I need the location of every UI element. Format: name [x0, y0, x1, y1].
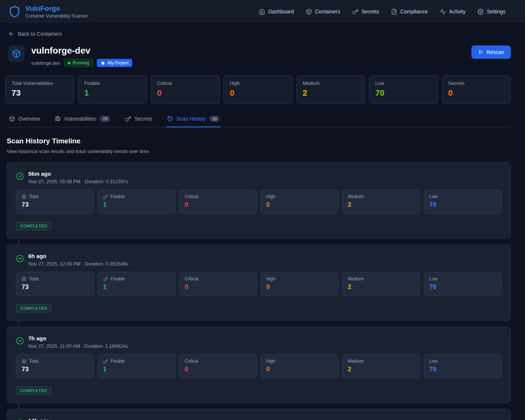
- stat-value: 1: [84, 88, 140, 98]
- scan-time-ago: 7h ago: [28, 335, 128, 341]
- nav-item-secrets[interactable]: Secrets: [352, 9, 379, 15]
- nav-item-label: Activity: [449, 9, 465, 15]
- stat-card-low: Low70: [369, 75, 438, 104]
- stat-card-high: High0: [223, 75, 292, 104]
- stat-label: Critical: [157, 80, 213, 86]
- mini-stat-critical: Critical0: [179, 190, 257, 214]
- mini-stat-label: Total: [29, 194, 38, 199]
- stat-card-medium: Medium2: [296, 75, 365, 104]
- tab-bar: OverviewVulnerabilities73SecretsScan His…: [8, 111, 511, 127]
- shield-icon: [8, 5, 21, 18]
- nav-item-compliance[interactable]: Compliance: [391, 9, 428, 15]
- stat-card-secrets: Secrets0: [442, 75, 511, 104]
- bug-icon: [22, 277, 26, 281]
- top-nav: VulnForge Container Vulnerability Scanne…: [0, 0, 525, 23]
- rescan-button[interactable]: Rescan: [471, 45, 511, 59]
- nav-item-dashboard[interactable]: Dashboard: [259, 9, 294, 15]
- mini-stat-value: 73: [22, 201, 88, 209]
- scan-history-timeline: 56m agoNov 27, 2025, 05:09 PM · Duration…: [5, 162, 511, 420]
- scan-entry-stats: Total73Fixable1Critical0High0Medium2Low7…: [16, 190, 502, 214]
- mini-stat-value: 1: [103, 201, 170, 209]
- arrow-left-icon: [8, 31, 15, 37]
- stat-value: 2: [303, 88, 359, 98]
- mini-stat-critical: Critical0: [179, 272, 257, 296]
- key-icon: [103, 359, 108, 364]
- scan-detail: Nov 27, 2025, 12:00 PM · Duration: 0.352…: [28, 261, 128, 267]
- tab-overview[interactable]: Overview: [8, 111, 41, 127]
- stat-label: High: [230, 80, 286, 86]
- back-to-containers-link[interactable]: Back to Containers: [8, 31, 62, 37]
- mini-stat-value: 70: [429, 283, 496, 291]
- key-icon: [352, 9, 359, 15]
- tab-vulnerabilities[interactable]: Vulnerabilities73: [54, 111, 111, 127]
- nav-item-label: Secrets: [362, 9, 379, 15]
- box-icon: [12, 49, 21, 58]
- nav-item-activity[interactable]: Activity: [440, 9, 465, 15]
- nav-item-label: Settings: [487, 9, 506, 15]
- nav-item-label: Compliance: [400, 9, 428, 15]
- summary-stats-row: Total Vulnerabilities73Fixable1Critical0…: [5, 75, 511, 104]
- status-dot-icon: [68, 62, 70, 64]
- tab-scan-history[interactable]: Scan History10: [166, 111, 221, 127]
- mini-stat-total: Total73: [16, 354, 94, 378]
- check-circle-icon: [16, 255, 24, 262]
- mini-stat-label: Medium: [348, 276, 364, 281]
- tab-secrets[interactable]: Secrets: [124, 111, 153, 127]
- mini-stat-high: High0: [261, 354, 338, 378]
- bug-icon: [22, 359, 26, 364]
- mini-stat-label: Fixable: [111, 194, 125, 199]
- home-icon: [259, 9, 265, 15]
- mini-stat-label: Low: [429, 359, 438, 364]
- scan-entry-stats: Total73Fixable1Critical0High0Medium2Low7…: [16, 272, 502, 296]
- mini-stat-label: Critical: [185, 276, 198, 281]
- shield-icon: [8, 5, 21, 18]
- scan-entry: 6h agoNov 27, 2025, 12:00 PM · Duration:…: [7, 244, 511, 321]
- scan-entry-header: 56m agoNov 27, 2025, 05:09 PM · Duration…: [16, 171, 502, 184]
- stat-label: Medium: [303, 80, 359, 86]
- check-circle-icon: [16, 337, 24, 345]
- mini-stat-low: Low70: [424, 272, 502, 296]
- mini-stat-label: Low: [429, 276, 438, 281]
- key-icon: [125, 116, 131, 122]
- check-circle-icon: [16, 172, 24, 180]
- nav-item-settings[interactable]: Settings: [477, 9, 506, 15]
- container-header: vulnforge-dev vulnforge:dev Running My P…: [8, 45, 511, 67]
- mini-stat-medium: Medium2: [342, 190, 420, 214]
- mini-stat-medium: Medium2: [342, 272, 420, 296]
- mini-stat-label: Total: [29, 359, 38, 364]
- section-subtitle: View historical scan results and track v…: [7, 149, 511, 154]
- mini-stat-low: Low70: [424, 190, 502, 214]
- mini-stat-label: Medium: [348, 194, 364, 199]
- play-icon: [478, 50, 483, 55]
- stat-value: 73: [12, 88, 68, 98]
- file-check-icon: [391, 9, 397, 15]
- mini-stat-value: 1: [103, 283, 170, 291]
- stat-label: Total Vulnerabilities: [12, 80, 68, 86]
- main-content: Back to Containers vulnforge-dev vulnfor…: [0, 23, 525, 420]
- history-icon: [167, 116, 173, 122]
- stat-value: 0: [157, 88, 213, 98]
- nav-item-containers[interactable]: Containers: [306, 9, 340, 15]
- mini-stat-fixable: Fixable1: [98, 354, 175, 378]
- mini-stat-value: 0: [266, 366, 333, 373]
- scan-entry: 14h ago: [7, 409, 511, 420]
- activity-icon: [440, 9, 446, 15]
- key-icon: [103, 194, 108, 199]
- mini-stat-high: High0: [261, 272, 338, 296]
- check-circle-icon: [16, 255, 24, 262]
- tab-label: Overview: [18, 116, 40, 122]
- back-link-label: Back to Containers: [18, 31, 62, 37]
- scan-time-ago: 6h ago: [28, 253, 128, 259]
- mini-stat-value: 0: [185, 201, 251, 209]
- mini-stat-label: Medium: [348, 359, 364, 364]
- play-icon: [478, 50, 483, 55]
- nav-item-label: Dashboard: [268, 9, 294, 15]
- scan-entry-header: 14h ago: [16, 417, 502, 420]
- box-icon: [9, 116, 15, 122]
- container-image: vulnforge:dev: [31, 60, 60, 66]
- scan-entry-header: 7h agoNov 27, 2025, 11:00 AM · Duration:…: [16, 335, 502, 349]
- mini-stat-value: 1: [103, 366, 170, 373]
- brand-title: VulnForge: [25, 4, 88, 13]
- tab-count-badge: 73: [100, 116, 110, 122]
- scan-entry-header: 6h agoNov 27, 2025, 12:00 PM · Duration:…: [16, 253, 502, 267]
